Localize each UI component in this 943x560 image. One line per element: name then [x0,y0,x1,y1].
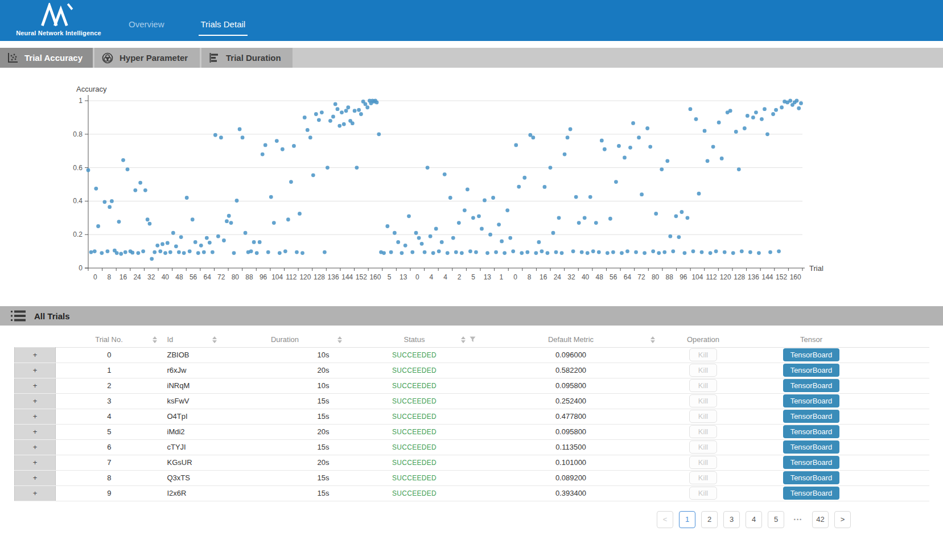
kill-button[interactable]: Kill [689,487,717,500]
expand-row-button[interactable]: + [15,455,56,470]
cell-default-metric: 0.101000 [481,455,661,470]
all-trials-title: All Trials [34,311,70,321]
tab-trial-duration[interactable]: Trial Duration [201,48,293,68]
expand-row-button[interactable]: + [15,363,56,378]
expand-row-button[interactable]: + [15,485,56,501]
x-tick-label: 1 [500,273,504,281]
scatter-point [163,251,167,255]
scatter-point [229,221,233,225]
cell-duration: 15s [223,393,348,409]
tensorboard-button[interactable]: TensorBoard [783,394,840,407]
pagination: <12345•••42> [14,511,929,528]
scatter-point [645,126,649,130]
scatter-point [252,240,256,244]
sort-icon-trial-no[interactable] [153,336,157,343]
expand-row-button[interactable]: + [15,424,56,439]
filter-icon[interactable] [470,336,476,343]
kill-button[interactable]: Kill [689,394,717,407]
scatter-point [586,251,590,255]
kill-button[interactable]: Kill [689,379,717,392]
scatter-point [185,196,189,200]
scatter-point [117,220,121,224]
tensorboard-button[interactable]: TensorBoard [783,425,840,438]
expand-row-button[interactable]: + [15,409,56,424]
cell-default-metric: 0.252400 [481,393,661,409]
tensorboard-button[interactable]: TensorBoard [783,471,840,484]
expand-row-button[interactable]: + [15,393,56,409]
scatter-point [344,109,348,113]
x-tick-label: 0 [93,273,97,281]
cell-spacer [877,424,929,439]
tensorboard-button[interactable]: TensorBoard [783,440,840,454]
kill-button[interactable]: Kill [689,410,717,423]
scatter-point [463,208,467,212]
scatter-point [177,250,181,254]
scatter-point [389,250,393,254]
tensorboard-button[interactable]: TensorBoard [783,379,840,392]
expand-row-button[interactable]: + [15,347,56,363]
scatter-point [174,244,178,248]
scatter-point [557,216,561,220]
expand-row-button[interactable]: + [15,378,56,393]
scatter-point [100,251,104,255]
col-label-id: Id [167,335,174,344]
scatter-point [337,124,341,128]
expand-row-button[interactable]: + [15,470,56,485]
kill-button[interactable]: Kill [689,425,717,438]
scatter-point [460,251,464,255]
cell-tensor: TensorBoard [746,455,877,470]
scatter-point [150,257,154,261]
scatter-point [703,129,707,133]
col-label-duration: Duration [271,335,299,344]
scatter-point [566,135,570,139]
scatter-point [799,101,803,105]
pagination-page-3[interactable]: 3 [723,511,740,528]
pagination-page-42[interactable]: 42 [812,511,829,528]
pagination-page-5[interactable]: 5 [768,511,784,528]
tab-trial-accuracy[interactable]: Trial Accuracy [0,48,93,68]
tensorboard-button[interactable]: TensorBoard [783,487,840,500]
sort-icon-status[interactable] [461,336,466,343]
tensorboard-button[interactable]: TensorBoard [783,410,840,423]
tensorboard-button[interactable]: TensorBoard [783,364,840,377]
x-tick-label: 40 [582,273,590,281]
kill-button[interactable]: Kill [689,364,717,377]
pagination-next-button[interactable]: > [834,511,851,528]
tensorboard-button[interactable]: TensorBoard [783,456,840,469]
sort-icon-duration[interactable] [337,336,342,343]
y-tick-label: 0 [79,264,83,272]
scatter-point [136,251,140,255]
nni-logo[interactable]: Neural Network Intelligence [16,0,101,36]
tensorboard-button[interactable]: TensorBoard [783,348,840,361]
scatter-point [508,236,512,240]
pagination-page-1[interactable]: 1 [679,511,695,528]
x-tick-label: 104 [271,273,283,281]
kill-button[interactable]: Kill [689,471,717,484]
scatter-point [614,180,618,184]
scatter-point [760,117,764,121]
expand-row-button[interactable]: + [15,439,56,455]
y-tick-label: 1 [79,97,83,105]
pagination-page-2[interactable]: 2 [701,511,718,528]
kill-button[interactable]: Kill [689,348,717,361]
cell-operation: Kill [661,455,746,470]
scatter-point [440,240,444,244]
scatter-point [620,251,624,255]
nav-tab-trials-detail[interactable]: Trials Detail [199,19,248,36]
kill-button[interactable]: Kill [689,440,717,454]
cell-spacer [877,347,929,363]
scatter-point [500,240,504,244]
scatter-point [608,217,612,221]
pagination-page-4[interactable]: 4 [746,511,762,528]
scatter-point [606,251,610,255]
tab-hyper-parameter[interactable]: Hyper Parameter [94,48,200,68]
table-header-row: Trial No. Id Duration Status [15,332,929,347]
scatter-point [160,242,164,246]
nav-tab-overview[interactable]: Overview [126,19,167,36]
sort-icon-id[interactable] [212,336,217,343]
pagination-prev-button[interactable]: < [657,511,673,528]
x-tick-label: 128 [314,273,325,281]
sort-icon-default-metric[interactable] [650,336,655,343]
scatter-point [269,195,273,199]
kill-button[interactable]: Kill [689,456,717,469]
